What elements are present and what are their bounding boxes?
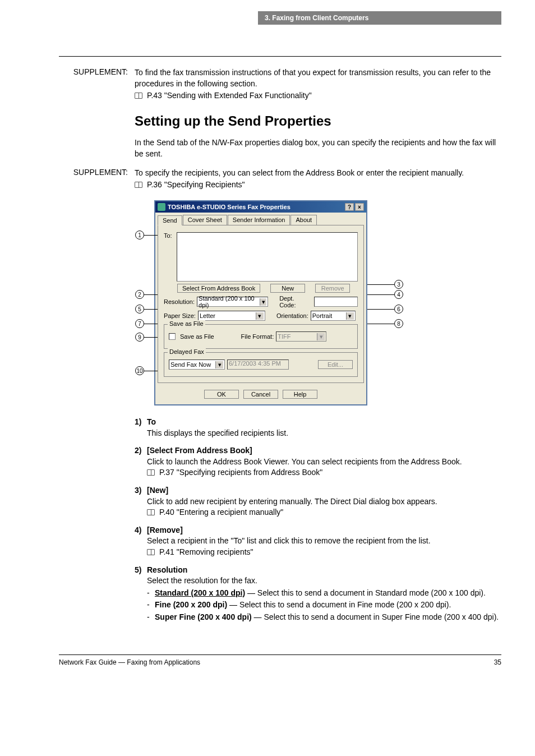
book-icon: [147, 509, 155, 515]
recipients-list[interactable]: [177, 232, 358, 282]
breadcrumb: 3. Faxing from Client Computers: [258, 11, 501, 25]
chevron-down-icon: ▾: [215, 361, 223, 368]
callout-5: 5: [135, 305, 144, 314]
def-5-opt-2: Fine (200 x 200 dpi) — Select this to se…: [147, 600, 501, 611]
def-4-num: 4): [135, 525, 147, 536]
ok-button[interactable]: OK: [204, 390, 239, 399]
delay-time-input[interactable]: 6/17/2003 4:35 PM: [227, 359, 289, 370]
rule-top: [59, 56, 501, 57]
supplement-label-1: SUPPLEMENT:: [59, 67, 135, 101]
def-1-num: 1): [135, 417, 147, 428]
def-3-body: Click to add new recipient by entering m…: [147, 496, 501, 508]
paper-size-label: Paper Size:: [164, 312, 196, 319]
chevron-down-icon: ▾: [256, 312, 264, 320]
close-icon[interactable]: ×: [355, 203, 364, 211]
tab-sender-info[interactable]: Sender Information: [228, 215, 290, 225]
app-icon: [158, 203, 165, 211]
book-icon: [147, 469, 155, 476]
def-5-opt-3: Super Fine (200 x 400 dpi) — Select this…: [147, 612, 501, 623]
orientation-select[interactable]: Portrait▾: [311, 311, 356, 321]
tab-send[interactable]: Send: [158, 215, 182, 225]
callout-6: 6: [394, 305, 403, 314]
callout-10: 10: [135, 366, 144, 375]
book-icon: [135, 182, 142, 188]
chevron-down-icon: ▾: [260, 298, 267, 306]
def-2-ref: P.37 "Specifying recipients from Address…: [159, 468, 322, 477]
delayed-fax-group-label: Delayed Fax: [168, 348, 206, 355]
help-button[interactable]: Help: [283, 390, 317, 399]
tab-cover-sheet[interactable]: Cover Sheet: [183, 215, 227, 225]
supplement-text-1: To find the fax transmission instruction…: [135, 67, 501, 90]
dialog-titlebar[interactable]: TOSHIBA e-STUDIO Series Fax Properties ?…: [155, 201, 366, 213]
fax-properties-dialog: TOSHIBA e-STUDIO Series Fax Properties ?…: [154, 200, 367, 405]
def-1-title: To: [147, 417, 156, 428]
dept-code-label: Dept. Code:: [279, 295, 311, 308]
file-format-select[interactable]: TIFF▾: [276, 331, 326, 342]
new-button[interactable]: New: [270, 284, 305, 293]
file-format-label: File Format:: [241, 333, 274, 340]
def-1-body: This displays the specified recipients l…: [147, 428, 501, 439]
page-number: 35: [494, 658, 501, 666]
def-4-body: Select a recipient in the "To" list and …: [147, 536, 501, 547]
resolution-select[interactable]: Standard (200 x 100 dpi)▾: [197, 297, 268, 307]
to-label: To:: [164, 232, 174, 239]
paper-size-select[interactable]: Letter▾: [198, 311, 265, 321]
dept-code-input[interactable]: [314, 297, 358, 307]
resolution-label: Resolution:: [164, 298, 195, 305]
callout-2: 2: [135, 290, 144, 299]
delayed-fax-group: Delayed Fax Send Fax Now▾ 6/17/2003 4:35…: [164, 352, 358, 377]
book-icon: [147, 549, 155, 555]
def-3-title: [New]: [147, 485, 168, 496]
help-icon[interactable]: ?: [345, 203, 354, 211]
def-4-title: [Remove]: [147, 525, 183, 536]
save-as-file-check-label: Save as File: [180, 333, 214, 340]
callout-4: 4: [394, 290, 403, 299]
def-5-opt-1: Standard (200 x 100 dpi) — Select this t…: [147, 588, 501, 599]
supplement-ref-2: P.36 "Specifying Recipients": [147, 180, 245, 189]
remove-button[interactable]: Remove: [315, 284, 350, 293]
delay-mode-select[interactable]: Send Fax Now▾: [169, 359, 225, 370]
supplement-text-2: To specify the recipients, you can selec…: [135, 167, 501, 178]
def-3-ref: P.40 "Entering a recipient manually": [159, 508, 283, 517]
supplement-label-2: SUPPLEMENT:: [59, 167, 135, 190]
section-intro: In the Send tab of the N/W-Fax propertie…: [135, 137, 501, 160]
def-2-body: Click to launch the Address Book Viewer.…: [147, 457, 501, 468]
def-3-num: 3): [135, 485, 147, 496]
chevron-down-icon: ▾: [346, 312, 354, 320]
dialog-tabs: Send Cover Sheet Sender Information Abou…: [155, 213, 366, 225]
def-5-num: 5): [135, 565, 147, 576]
edit-button[interactable]: Edit...: [318, 360, 353, 369]
def-2-num: 2): [135, 445, 147, 457]
book-icon: [135, 93, 142, 99]
tab-about[interactable]: About: [290, 215, 317, 225]
dialog-title: TOSHIBA e-STUDIO Series Fax Properties: [168, 204, 344, 210]
chevron-down-icon: ▾: [317, 333, 325, 340]
footer-text: Network Fax Guide — Faxing from Applicat…: [59, 658, 200, 666]
cancel-button[interactable]: Cancel: [243, 390, 278, 399]
select-from-address-book-button[interactable]: Select From Address Book: [177, 284, 260, 293]
def-4-ref: P.41 "Removing recipients": [159, 547, 253, 556]
def-5-body: Select the resolution for the fax.: [147, 575, 501, 587]
def-2-title: [Select From Address Book]: [147, 445, 252, 457]
callout-9: 9: [135, 333, 144, 342]
callout-8: 8: [394, 319, 403, 328]
callout-3: 3: [394, 280, 403, 289]
save-as-file-group: Save as File Save as File File Format: T…: [164, 324, 358, 349]
save-as-file-checkbox[interactable]: [169, 333, 176, 340]
section-heading: Setting up the Send Properties: [135, 113, 501, 129]
supplement-ref-1: P.43 "Sending with Extended Fax Function…: [147, 91, 312, 100]
def-5-title: Resolution: [147, 565, 187, 576]
orientation-label: Orientation:: [276, 312, 308, 319]
callout-7: 7: [135, 319, 144, 328]
save-as-file-group-label: Save as File: [168, 320, 205, 327]
callout-1: 1: [135, 231, 144, 239]
